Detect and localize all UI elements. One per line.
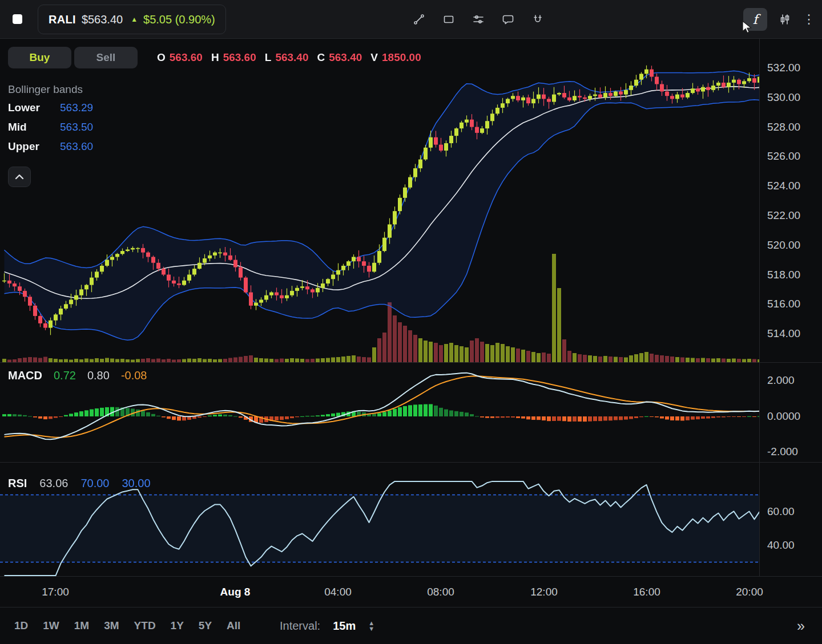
open-label: O <box>157 51 166 64</box>
price-tick: 530.00 <box>767 91 800 104</box>
rsi-tick: 60.00 <box>767 505 795 518</box>
price-tick: 528.00 <box>767 121 800 133</box>
magnet-tool-button[interactable] <box>527 9 549 30</box>
interval-value[interactable]: 15m <box>333 619 356 633</box>
formula-indicators-button[interactable]: f <box>743 8 767 31</box>
right-toolbar: f ⋮ <box>743 0 814 38</box>
range-1w-button[interactable]: 1W <box>38 616 65 635</box>
high-value: 563.60 <box>223 51 256 64</box>
price-tick: 526.00 <box>767 150 800 163</box>
volume-value: 1850.00 <box>382 51 421 64</box>
price-tick: 520.00 <box>767 239 800 252</box>
macd-value: 0.72 <box>54 369 76 382</box>
low-label: L <box>265 51 272 64</box>
time-label: 12:00 <box>530 586 558 598</box>
stop-button[interactable] <box>0 0 34 38</box>
time-label: 04:00 <box>324 586 352 598</box>
time-label: 17:00 <box>42 586 69 598</box>
range-3m-button[interactable]: 3M <box>99 616 124 635</box>
rsi-tick: 40.00 <box>767 539 795 552</box>
price-tick: 522.00 <box>767 209 800 222</box>
stepper-down-icon: ▼ <box>368 626 374 631</box>
symbol-change: $5.05 (0.90%) <box>143 13 215 26</box>
trade-buttons: Buy Sell <box>8 47 138 68</box>
stop-square-icon <box>13 14 22 24</box>
close-label: C <box>317 51 325 64</box>
more-menu-button[interactable]: ⋮ <box>803 12 814 27</box>
indicator-settings-button[interactable] <box>468 9 489 30</box>
bollinger-legend: Bollinger bands Lower 563.29 Mid 563.50 … <box>8 83 93 156</box>
range-1d-button[interactable]: 1D <box>9 616 33 635</box>
chart-style-button[interactable] <box>774 9 796 30</box>
footer-bar: 1D 1W 1M 3M YTD 1Y 5Y All Interval: 15m … <box>0 607 822 644</box>
low-value: 563.40 <box>275 51 308 64</box>
time-label: 16:00 <box>633 586 660 598</box>
time-label: 20:00 <box>736 586 763 598</box>
bollinger-upper-row: Upper 563.60 <box>8 137 93 156</box>
bollinger-upper-label: Upper <box>8 140 60 153</box>
rsi-legend: RSI 63.06 70.00 30.00 <box>8 477 151 490</box>
bollinger-mid-label: Mid <box>8 121 60 133</box>
collapse-panel-button[interactable] <box>8 167 31 187</box>
macd-signal-value: 0.80 <box>87 369 110 382</box>
up-triangle-icon: ▲ <box>131 15 138 23</box>
high-label: H <box>211 51 219 64</box>
price-tick: 518.00 <box>767 269 800 281</box>
chevron-up-icon <box>15 174 24 180</box>
price-tick: 524.00 <box>767 180 800 192</box>
price-tick: 516.00 <box>767 298 800 310</box>
range-1y-button[interactable]: 1Y <box>166 616 189 635</box>
rsi-oversold-value: 30.00 <box>122 477 150 490</box>
macd-title: MACD <box>8 369 42 382</box>
main-chart-canvas[interactable] <box>0 39 759 578</box>
time-label: 08:00 <box>427 586 454 598</box>
symbol-price: $563.40 <box>82 13 123 26</box>
candles-icon <box>779 13 791 26</box>
sell-button[interactable]: Sell <box>74 47 138 68</box>
symbol-chip[interactable]: RALI $563.40 ▲ $5.05 (0.90%) <box>38 5 226 34</box>
bollinger-lower-value: 563.29 <box>60 102 93 114</box>
trendline-tool-button[interactable] <box>408 9 430 30</box>
symbol-name: RALI <box>49 13 76 26</box>
bollinger-title: Bollinger bands <box>8 83 93 96</box>
bollinger-mid-row: Mid 563.50 <box>8 118 93 137</box>
interval-control: Interval: 15m ▲ ▼ <box>280 619 374 633</box>
close-value: 563.40 <box>329 51 362 64</box>
range-1m-button[interactable]: 1M <box>69 616 94 635</box>
bollinger-lower-label: Lower <box>8 102 60 114</box>
range-selector: 1D 1W 1M 3M YTD 1Y 5Y All <box>9 616 245 635</box>
price-tick: 514.00 <box>767 327 800 340</box>
open-value: 563.60 <box>170 51 203 64</box>
trading-app: RALI $563.40 ▲ $5.05 (0.90%) f <box>0 0 822 644</box>
rsi-overbought-value: 70.00 <box>80 477 109 490</box>
comment-icon <box>502 13 514 26</box>
bollinger-mid-value: 563.50 <box>60 121 93 133</box>
ohlcv-readout: O563.60 H563.60 L563.40 C563.40 V1850.00 <box>157 51 421 64</box>
comment-tool-button[interactable] <box>497 9 519 30</box>
bollinger-upper-value: 563.60 <box>60 140 93 153</box>
magnet-icon <box>531 13 544 26</box>
range-ytd-button[interactable]: YTD <box>129 616 161 635</box>
top-toolbar: RALI $563.40 ▲ $5.05 (0.90%) f <box>0 0 822 39</box>
price-axis-separator <box>759 39 760 576</box>
sliders-icon <box>472 13 485 26</box>
expand-panel-button[interactable]: » <box>789 614 813 637</box>
bollinger-lower-row: Lower 563.29 <box>8 98 93 118</box>
macd-tick: -2.000 <box>767 445 798 458</box>
macd-histogram-value: -0.08 <box>121 369 147 382</box>
volume-label: V <box>370 51 378 64</box>
rectangle-tool-button[interactable] <box>438 9 460 30</box>
time-axis-separator <box>0 576 822 577</box>
trendline-icon <box>413 13 425 26</box>
macd-tick: 2.000 <box>767 374 795 387</box>
macd-tick: 0.0000 <box>767 410 800 423</box>
time-label: Aug 8 <box>220 586 251 598</box>
interval-stepper[interactable]: ▲ ▼ <box>368 621 374 631</box>
range-all-button[interactable]: All <box>221 616 245 635</box>
rectangle-icon <box>442 13 455 26</box>
range-5y-button[interactable]: 5Y <box>194 616 217 635</box>
buy-button[interactable]: Buy <box>8 47 71 68</box>
price-tick: 532.00 <box>767 62 800 74</box>
macd-panel-separator <box>0 362 822 363</box>
rsi-panel-separator <box>0 462 822 463</box>
